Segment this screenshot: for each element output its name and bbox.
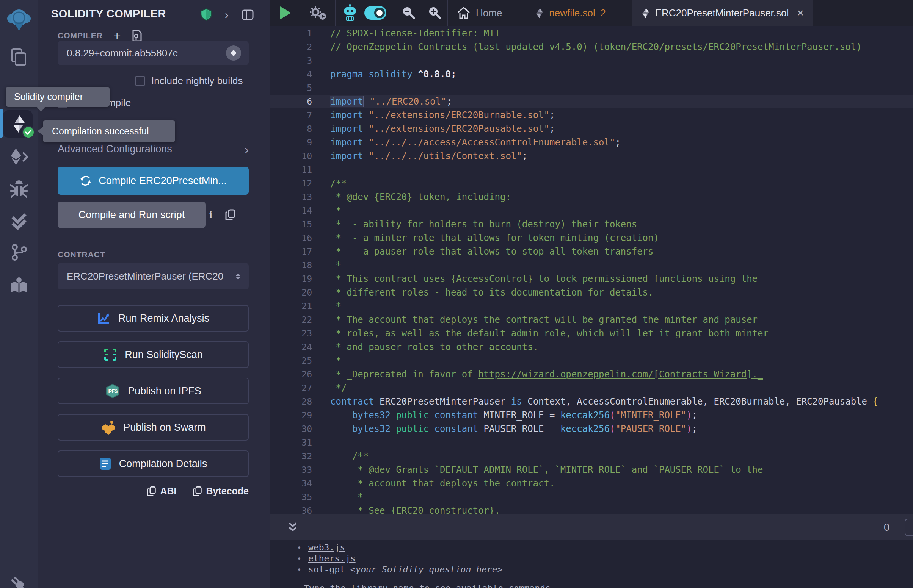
code-editor[interactable]: 1// SPDX-License-Identifier: MIT2// Open… [270,26,913,514]
code-line: 26 * _Deprecated in favor of https://wiz… [270,367,913,381]
run-solidityscan-button[interactable]: Run SolidityScan [58,341,249,368]
nightly-builds-checkbox[interactable] [135,76,145,86]
file-badge-icon[interactable] [131,29,142,42]
publish-ipfs-button[interactable]: IPFS Publish on IPFS [58,378,249,404]
tab-erc20-preset[interactable]: ERC20PresetMinterPauser.sol × [633,0,813,26]
code-line: 34 * account that deploys the contract. [270,477,913,490]
compile-and-run-label: Compile and Run script [78,209,185,221]
line-number: 6 [270,95,312,108]
tab-home[interactable]: Home [448,0,511,26]
compilation-details-button[interactable]: Compilation Details [58,451,249,477]
solidity-compiler-icon[interactable] [5,110,32,137]
copy-bytecode-button[interactable]: Bytecode [193,486,249,497]
bullet-icon: • [297,565,301,574]
sidebar-item-deploy-run[interactable] [5,143,32,171]
tab-newfile[interactable]: newfile.sol 2 [526,0,615,26]
code-line: 32 /** [270,449,913,463]
sidebar-item-debugger[interactable] [5,176,32,203]
solidity-logo-icon [11,114,26,134]
shield-icon [201,8,212,21]
code-line: 33 * @dev Grants `DEFAULT_ADMIN_ROLE`, `… [270,463,913,477]
code-line: 25 * [270,354,913,367]
line-number: 15 [270,218,312,231]
sidebar-item-file-explorer[interactable] [5,43,32,71]
code-line: 8import "../extensions/ERC20Pausable.sol… [270,122,913,136]
info-icon[interactable]: i [209,209,212,221]
line-number: 31 [270,436,312,449]
tooltip-arrow-down [36,107,45,112]
terminal-line: • sol-gpt <your Solidity question here> [297,564,502,574]
copy-icon[interactable] [225,209,236,221]
run-remix-analysis-label: Run Remix Analysis [118,313,209,324]
code-line: 16 * - a minter role that allows for tok… [270,231,913,245]
line-number: 14 [270,204,312,218]
code-line: 27 */ [270,381,913,395]
copy-abi-button[interactable]: ABI [147,486,176,497]
line-number: 2 [270,40,312,54]
line-number: 29 [270,409,312,422]
publish-swarm-button[interactable]: Publish on Swarm [58,414,249,441]
chevron-right-icon[interactable]: › [225,9,228,21]
code-line: 30 bytes32 public constant PAUSER_ROLE =… [270,422,913,436]
play-icon [279,6,291,20]
zoom-out-button[interactable] [395,5,423,21]
zoom-in-button[interactable] [423,5,447,21]
code-line: 10import "../../../utils/Context.sol"; [270,149,913,163]
line-number: 10 [270,149,312,163]
line-number: 8 [270,122,312,136]
select-arrows-icon [226,45,241,61]
nightly-builds-row: Include nightly builds [135,75,243,87]
line-number: 25 [270,354,312,367]
sidebar-item-plugin-manager[interactable] [5,570,32,588]
code-line: 15 * - ability for holders to burn (dest… [270,218,913,231]
refresh-icon [79,174,92,187]
solgpt-label: sol-gpt [308,564,350,574]
line-number: 30 [270,422,312,436]
scan-frame-icon [104,348,117,362]
contract-select[interactable]: ERC20PresetMinterPauser (ERC20 [58,263,249,289]
panel-layout-icon[interactable] [241,10,254,20]
tab-erc20-label: ERC20PresetMinterPauser.sol [655,7,789,19]
terminal-search-input[interactable] [905,519,913,536]
document-icon [99,457,112,470]
line-number: 9 [270,136,312,149]
script-runner-config-button[interactable] [300,5,335,21]
code-line: 1// SPDX-License-Identifier: MIT [270,26,913,40]
chevron-expand-icon: › [244,144,249,155]
compile-button[interactable]: Compile ERC20PresetMin... [58,167,249,195]
advanced-configurations-label: Advanced Configurations [58,143,172,155]
compiler-version-select[interactable]: 0.8.29+commit.ab55807c [58,41,249,65]
bytecode-label: Bytecode [206,486,249,497]
run-script-button[interactable] [270,6,300,20]
sidebar-item-unit-testing[interactable] [5,208,32,235]
remix-logo[interactable] [5,6,32,33]
tab-bar: Home newfile.sol 2 [270,0,913,26]
run-remix-analysis-button[interactable]: Run Remix Analysis [58,305,249,331]
tab-close-icon[interactable]: × [797,6,804,19]
tab-home-label: Home [476,7,502,19]
contract-section-label: CONTRACT [58,250,105,259]
active-plugin-indicator [0,109,3,137]
web3-link[interactable]: web3.js [308,543,345,552]
compile-button-label: Compile ERC20PresetMin... [99,175,227,187]
solgpt-placeholder: <your Solidity question here> [350,564,503,574]
ethers-link[interactable]: ethers.js [308,554,356,564]
code-line: 22 * The account that deploys the contra… [270,313,913,326]
abi-label: ABI [160,486,176,497]
line-number: 22 [270,313,312,326]
line-number: 18 [270,258,312,272]
add-compiler-icon[interactable]: + [113,30,121,41]
terminal-expand-icon[interactable] [287,521,298,534]
ai-assistant-button[interactable] [335,4,364,22]
code-line: 36 * See {ERC20-constructor}. [270,504,913,514]
advanced-configurations[interactable]: Advanced Configurations › [58,143,249,155]
analysis-chart-icon [97,312,111,325]
terminal-output[interactable]: • web3.js • ethers.js • sol-gpt <your So… [270,540,913,588]
home-icon [457,6,471,19]
line-number: 24 [270,340,312,354]
compile-and-run-button[interactable]: Compile and Run script [58,202,206,228]
sidebar-item-learneth[interactable] [5,272,32,299]
ai-copilot-toggle[interactable] [364,6,386,20]
sidebar-item-git[interactable] [5,239,32,266]
terminal-listen-count: 0 [884,514,889,541]
